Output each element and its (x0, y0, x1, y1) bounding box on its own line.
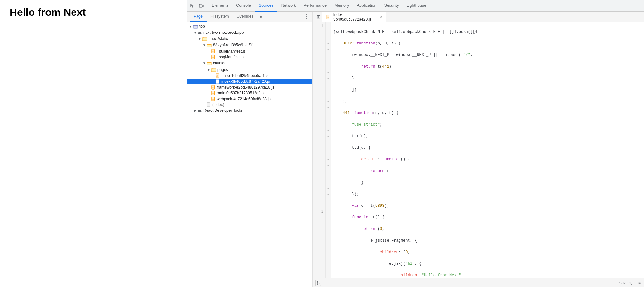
line-num-blank-25 (313, 168, 323, 174)
devtools-tab-bar: Elements Console Sources Network Perform… (187, 0, 644, 12)
gutter-24: – (326, 157, 331, 162)
gutter-21: – (326, 139, 331, 145)
code-tab-bar: ⊞ JS index-3b405d8c8772a420.js × ⋮ (313, 12, 644, 22)
line-num-blank-17 (313, 122, 323, 128)
tree-item-next-static[interactable]: ▼ _next/static (187, 35, 312, 42)
line-num-blank-19 (313, 133, 323, 139)
gutter-32: – (326, 203, 331, 209)
tree-item-index-js[interactable]: ▶ JS index-3b405d8c8772a420.js (187, 79, 312, 84)
tree-item-app-js[interactable]: ▶ JS _app-1eba92b45beb5af1.js (187, 73, 312, 79)
code-line-12: default: function() { (333, 157, 641, 162)
line-num-blank-15 (313, 110, 323, 116)
gutter-13: – (326, 93, 331, 99)
js-file-icon-ssgmanifest: JS (211, 55, 216, 59)
tree-arrow-chunks: ▼ (202, 62, 207, 65)
line-numbers: 1 (313, 22, 326, 278)
tree-item-framework-js[interactable]: ▶ JS framework-e2bd64861297ca18.js (187, 84, 312, 90)
sources-tab-menu[interactable]: ⋮ (303, 14, 310, 20)
tree-item-webpack-js[interactable]: ▶ JS webpack-4e7214a60fad8e88.js (187, 96, 312, 102)
code-line-8: 441: function(n, u, t) { (333, 110, 641, 116)
gutter-23: – (326, 151, 331, 157)
folder-icon-chunks (207, 61, 212, 66)
line-num-blank-22 (313, 151, 323, 157)
tab-memory[interactable]: Memory (331, 0, 353, 12)
code-line-1: (self.webpackChunk_N_E = self.webpackChu… (333, 29, 641, 35)
code-panel-settings-icon[interactable]: ⋮ (635, 13, 643, 21)
sources-tab-more[interactable]: » (258, 14, 264, 19)
bottom-left: {} (315, 280, 321, 286)
gutter-17: – (326, 116, 331, 122)
sources-tab-bar: Page Filesystem Overrides » ⋮ (187, 12, 312, 22)
devtools-bottom-bar: {} Coverage: n/a (313, 278, 644, 287)
device-toolbar-icon[interactable] (197, 2, 205, 10)
gutter-19: – (326, 128, 331, 133)
tree-item-react-devtools[interactable]: ▶ React Developer Tools (187, 108, 312, 113)
tree-item-8azynf[interactable]: ▼ 8Azynf-rari395w9_-LSf (187, 42, 312, 48)
tree-item-domain[interactable]: ▼ next-two-rho.vercel.app (187, 30, 312, 35)
cloud-icon (197, 31, 202, 34)
line-num-blank-26 (313, 174, 323, 180)
tree-arrow-top: ▼ (188, 25, 193, 28)
code-line-20: children: (0, (333, 249, 641, 255)
code-line-13: return r (333, 168, 641, 174)
line-gutters: – – – – – – – – – – – – – – – (326, 22, 331, 278)
js-file-icon-framework: JS (211, 85, 216, 90)
line-num-blank-20 (313, 139, 323, 145)
tree-item-pages[interactable]: ▼ pages (187, 66, 312, 73)
code-viewer[interactable]: 1 (313, 22, 644, 278)
tree-label-framework-js: framework-e2bd64861297ca18.js (217, 85, 274, 90)
gutter-1 (326, 23, 331, 29)
tab-performance[interactable]: Performance (300, 0, 331, 12)
tab-sources[interactable]: Sources (255, 0, 277, 12)
tree-label-chunks: chunks (213, 61, 225, 65)
line-num-blank-7 (313, 64, 323, 70)
sources-tab-page[interactable]: Page (190, 12, 207, 22)
svg-rect-0 (199, 4, 202, 7)
tab-lighthouse[interactable]: Lighthouse (403, 0, 430, 12)
gutter-4: – (326, 41, 331, 46)
sources-tab-overrides[interactable]: Overrides (233, 12, 257, 22)
svg-text:JS: JS (327, 16, 329, 18)
tab-application[interactable]: Application (353, 0, 380, 12)
sources-tab-filesystem[interactable]: Filesystem (207, 12, 233, 22)
line-num-1: 1 (313, 23, 323, 29)
tab-console[interactable]: Console (232, 0, 255, 12)
line-num-2: 2 (313, 209, 323, 215)
tree-item-buildmanifest[interactable]: ▶ JS _buildManifest.js (187, 48, 312, 54)
tab-network[interactable]: Network (277, 0, 300, 12)
gutter-29: – (326, 186, 331, 191)
tree-item-top[interactable]: ▼ top (187, 23, 312, 30)
code-tab-close[interactable]: × (379, 15, 383, 19)
code-panel: ⊞ JS index-3b405d8c8772a420.js × ⋮ (313, 12, 644, 287)
line-num-blank-2 (313, 35, 323, 41)
code-line-2: 8312: function(n, u, t) { (333, 41, 641, 46)
page-content: Hello from Next (0, 0, 187, 287)
code-line-9: "use strict"; (333, 122, 641, 128)
gutter-22: – (326, 145, 331, 151)
tree-item-chunks[interactable]: ▼ chunks (187, 60, 312, 66)
code-line-5: } (333, 75, 641, 81)
tree-item-main-js[interactable]: ▶ JS main-0c597b21730512df.js (187, 90, 312, 96)
sources-panel: Page Filesystem Overrides » ⋮ ▼ (187, 12, 644, 287)
coverage-text: Coverage: n/a (619, 281, 641, 285)
tree-item-index-root[interactable]: ▶ (index) (187, 102, 312, 108)
file-tree: ▼ top ▼ (187, 22, 312, 287)
line-num-blank-9 (313, 75, 323, 81)
js-file-icon-app: JS (216, 73, 220, 78)
tab-security[interactable]: Security (380, 0, 403, 12)
tab-elements[interactable]: Elements (208, 0, 232, 12)
gutter-16: – (326, 110, 331, 116)
line-num-blank-5 (313, 52, 323, 58)
format-icon[interactable]: {} (315, 280, 321, 286)
svg-rect-1 (202, 5, 203, 7)
code-line-3: (window.__NEXT_P = window.__NEXT_P || []… (333, 52, 641, 58)
code-line-18: return (0, (333, 226, 641, 232)
sidebar-toggle-btn[interactable]: ⊞ (315, 14, 322, 20)
sources-sidebar: Page Filesystem Overrides » ⋮ ▼ (187, 12, 313, 287)
tree-item-ssgmanifest[interactable]: ▶ JS _ssgManifest.js (187, 54, 312, 60)
inspect-element-icon[interactable] (188, 2, 196, 10)
line-num-blank-3 (313, 41, 323, 46)
code-tab-index[interactable]: JS index-3b405d8c8772a420.js × (322, 12, 386, 22)
tree-arrow-domain: ▼ (193, 31, 197, 34)
gutter-25: – (326, 162, 331, 168)
